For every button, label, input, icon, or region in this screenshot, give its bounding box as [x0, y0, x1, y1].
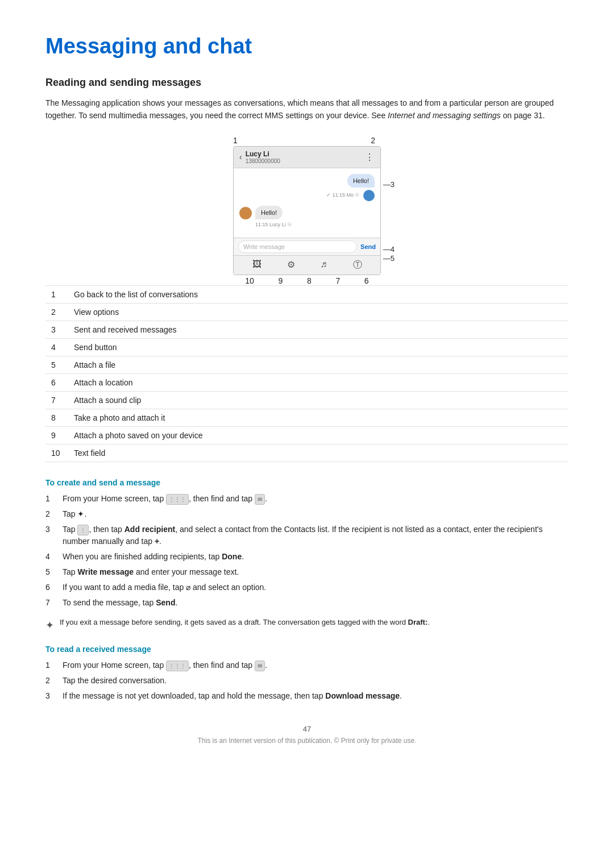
legend-row: 1Go back to the list of conversations: [45, 285, 569, 303]
phone-screen: ‹ Lucy Li 13800000000 ⋮ Hello! ✓ 11:15 M…: [233, 146, 381, 275]
legend-num: 8: [45, 409, 68, 426]
legend-row: 3Sent and received messages: [45, 321, 569, 338]
phone-diagram: 1 2 ‹ Lucy Li 13800000000 ⋮ Hello!: [210, 136, 404, 285]
legend-row: 5Attach a file: [45, 356, 569, 373]
create-section-heading: To create and send a message: [45, 478, 569, 487]
label-7: 7: [335, 276, 340, 285]
phone-header: ‹ Lucy Li 13800000000 ⋮: [234, 147, 380, 168]
read-step-2: 2 Tap the desired conversation.: [45, 675, 569, 687]
apps-icon: ⋮⋮⋮: [166, 494, 189, 505]
legend-num: 2: [45, 303, 68, 321]
create-steps: 1 From your Home screen, tap ⋮⋮⋮, then f…: [45, 493, 569, 609]
step-1: 1 From your Home screen, tap ⋮⋮⋮, then f…: [45, 493, 569, 505]
label-5: —5: [383, 254, 395, 263]
read-step-1: 1 From your Home screen, tap ⋮⋮⋮, then f…: [45, 659, 569, 671]
legend-row: 7Attach a sound clip: [45, 391, 569, 409]
legend-desc: Attach a location: [68, 373, 569, 391]
messaging-icon-2: ✉: [255, 661, 265, 671]
contact-name: Lucy Li: [246, 150, 280, 158]
write-input[interactable]: Write message: [238, 240, 357, 253]
legend-row: 10Text field: [45, 444, 569, 462]
legend-desc: Text field: [68, 444, 569, 462]
label-4: —4: [383, 245, 395, 254]
received-message-row: Hello!: [239, 206, 375, 219]
received-time: 11:15 Lucy Li ☉: [255, 222, 375, 227]
location-icon[interactable]: Ⓣ: [353, 259, 362, 271]
legend-num: 7: [45, 391, 68, 409]
page-footer: 47 This is an Internet version of this p…: [45, 725, 569, 745]
legend-desc: Send button: [68, 338, 569, 356]
contact-number: 13800000000: [246, 158, 280, 164]
step-5: 5 Tap Write message and enter your messa…: [45, 566, 569, 578]
page-number: 47: [45, 725, 569, 733]
bottom-labels: 10 9 8 7 6: [233, 276, 381, 285]
legend-num: 3: [45, 321, 68, 338]
sound-icon[interactable]: ♬: [321, 259, 327, 271]
legend-table: 1Go back to the list of conversations2Vi…: [45, 285, 569, 462]
label-8: 8: [307, 276, 312, 285]
read-section-heading: To read a received message: [45, 645, 569, 654]
footer-note: This is an Internet version of this publ…: [197, 737, 416, 745]
settings-icon[interactable]: ⚙: [287, 259, 295, 271]
label-10: 10: [245, 276, 254, 285]
legend-row: 4Send button: [45, 338, 569, 356]
intro-paragraph: The Messaging application shows your mes…: [45, 97, 569, 122]
section1-heading: Reading and sending messages: [45, 77, 569, 89]
menu-dots-icon: ⋮: [365, 152, 375, 163]
more-icon: ⋮: [77, 525, 89, 535]
sent-message: Hello!: [347, 174, 375, 188]
step-4: 4 When you are finished adding recipient…: [45, 551, 569, 563]
legend-row: 2View options: [45, 303, 569, 321]
legend-num: 1: [45, 285, 68, 303]
gallery-icon[interactable]: 🖼: [252, 259, 262, 271]
sent-time: ✓ 11:15 Mo ☉: [239, 190, 375, 201]
read-steps: 1 From your Home screen, tap ⋮⋮⋮, then f…: [45, 659, 569, 702]
legend-desc: Attach a sound clip: [68, 391, 569, 409]
apps-icon-2: ⋮⋮⋮: [166, 661, 189, 671]
legend-desc: Go back to the list of conversations: [68, 285, 569, 303]
back-icon: ‹: [239, 152, 242, 161]
label-3: —3: [383, 180, 395, 189]
legend-desc: Take a photo and attach it: [68, 409, 569, 426]
note-icon: ✦: [45, 618, 54, 633]
draft-note: ✦ If you exit a message before sending, …: [45, 617, 569, 633]
received-message: Hello!: [255, 206, 283, 219]
send-button[interactable]: Send: [360, 243, 376, 250]
legend-row: 6Attach a location: [45, 373, 569, 391]
step-2: 2 Tap ✦.: [45, 508, 569, 520]
legend-num: 5: [45, 356, 68, 373]
page-title: Messaging and chat: [45, 34, 569, 59]
contact-info: Lucy Li 13800000000: [246, 150, 280, 164]
legend-num: 6: [45, 373, 68, 391]
legend-row: 8Take a photo and attach it: [45, 409, 569, 426]
legend-num: 10: [45, 444, 68, 462]
legend-desc: Sent and received messages: [68, 321, 569, 338]
attach-icon-bar: 🖼 ⚙ ♬ Ⓣ: [234, 255, 380, 275]
label-1: 1: [233, 136, 238, 145]
messaging-icon: ✉: [255, 494, 265, 505]
legend-row: 9Attach a photo saved on your device: [45, 426, 569, 444]
legend-desc: View options: [68, 303, 569, 321]
step-3: 3 Tap ⋮, then tap Add recipient, and sel…: [45, 524, 569, 547]
legend-num: 4: [45, 338, 68, 356]
step-6: 6 If you want to add a media file, tap ⌀…: [45, 582, 569, 593]
label-9: 9: [279, 276, 283, 285]
read-step-3: 3 If the message is not yet downloaded, …: [45, 690, 569, 702]
step-7: 7 To send the message, tap Send.: [45, 597, 569, 609]
messages-area: Hello! ✓ 11:15 Mo ☉ Hello! 11:15 Lucy Li…: [234, 168, 380, 238]
legend-num: 9: [45, 426, 68, 444]
write-message-bar: Write message Send: [234, 238, 380, 255]
label-6: 6: [364, 276, 369, 285]
top-labels: 1 2: [233, 136, 381, 145]
avatar: [239, 207, 252, 219]
label-2: 2: [371, 136, 375, 145]
legend-desc: Attach a photo saved on your device: [68, 426, 569, 444]
legend-desc: Attach a file: [68, 356, 569, 373]
